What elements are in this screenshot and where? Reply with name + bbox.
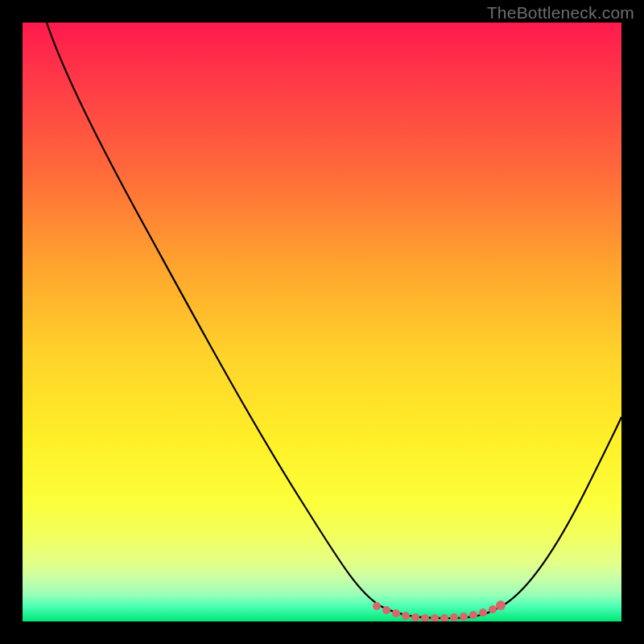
svg-point-5 xyxy=(421,614,429,621)
svg-point-12 xyxy=(489,605,497,613)
chart-svg xyxy=(23,23,621,621)
svg-point-3 xyxy=(402,612,410,620)
svg-point-7 xyxy=(440,614,448,621)
svg-point-1 xyxy=(382,606,390,614)
svg-point-11 xyxy=(479,609,487,617)
svg-point-6 xyxy=(431,614,439,621)
svg-point-2 xyxy=(392,609,400,617)
watermark-text: TheBottleneck.com xyxy=(487,3,634,23)
svg-point-10 xyxy=(469,611,477,619)
svg-point-0 xyxy=(373,602,381,610)
svg-point-13 xyxy=(496,601,506,610)
svg-point-9 xyxy=(460,613,468,621)
chart-canvas: TheBottleneck.com xyxy=(0,0,644,644)
plot-area xyxy=(23,23,621,621)
svg-point-4 xyxy=(411,613,419,621)
svg-point-8 xyxy=(450,613,458,621)
bottleneck-curve xyxy=(47,23,621,618)
